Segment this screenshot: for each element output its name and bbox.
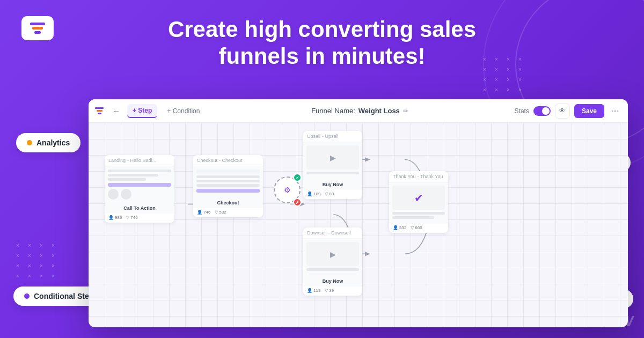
- downsell-stat-funnel: ▽ 39: [325, 288, 334, 293]
- downsell-stats: 👤 119 ▽ 39: [303, 286, 362, 296]
- downsell-bar: [306, 268, 359, 271]
- analytics-label: Analytics: [36, 138, 70, 147]
- step-button[interactable]: + Step: [127, 104, 157, 118]
- landing-stat-people: 👤 986: [108, 215, 122, 220]
- checkout-subtitle: - Checkout: [219, 158, 243, 163]
- thankyou-node-header: Thank You - Thank You: [389, 171, 448, 182]
- thankyou-people-icon: 👤: [393, 225, 398, 230]
- upsell-video-thumb: ▶: [306, 145, 359, 170]
- checkout-bar-1: [196, 175, 260, 178]
- preview-bar-3: [108, 178, 146, 181]
- conditional-dot: [24, 293, 30, 299]
- landing-node[interactable]: Landing - Hello Sadi... Call To Action 👤…: [105, 155, 174, 223]
- checkout-node[interactable]: Checkout - Checkout Checkout 👤 746 ▽ 532: [193, 155, 263, 217]
- condition-icon: ⚙: [284, 186, 291, 194]
- toolbar-logo: [95, 107, 104, 114]
- checkout-people-icon: 👤: [197, 210, 202, 215]
- condition-false-badge: ✗: [293, 198, 302, 207]
- funnel-name: Weight Loss: [358, 107, 400, 115]
- thankyou-subtitle: - Thank You: [418, 174, 443, 179]
- feature-analytics: Analytics: [16, 133, 80, 152]
- landing-preview: [105, 166, 174, 203]
- headline-text: Create high converting sales funnels in …: [0, 16, 644, 70]
- upsell-funnel-icon: ▽: [325, 192, 328, 196]
- analytics-dot: [27, 140, 32, 145]
- condition-button[interactable]: + Condition: [162, 105, 205, 117]
- funnel-icon: ▽: [126, 215, 129, 220]
- downsell-title: Downsell: [307, 230, 327, 236]
- preview-button[interactable]: 👁: [555, 104, 570, 119]
- stats-toggle[interactable]: [533, 106, 551, 116]
- more-button[interactable]: ⋯: [609, 105, 621, 117]
- people-icon: 👤: [108, 215, 114, 220]
- condition-node[interactable]: ⚙ ✓ ✗: [274, 177, 301, 203]
- preview-bar-1: [108, 170, 171, 172]
- thankyou-funnel-icon: ▽: [411, 225, 414, 230]
- checkout-stat-people: 👤 746: [197, 210, 210, 215]
- checkout-funnel-icon: ▽: [215, 210, 218, 215]
- upsell-people-icon: 👤: [307, 192, 312, 196]
- checkout-funnel-count: 532: [219, 210, 226, 215]
- upsell-bar: [306, 172, 359, 174]
- checkout-bar-4: [196, 189, 260, 193]
- preview-bar-2: [108, 174, 158, 177]
- downsell-node-header: Downsell - Downsell: [303, 227, 362, 239]
- edit-icon[interactable]: ✏: [403, 107, 408, 115]
- app-window: ← + Step + Condition Funnel Name: Weight…: [89, 99, 628, 327]
- downsell-people-count: 119: [313, 288, 320, 293]
- thankyou-bar-1: [392, 212, 445, 215]
- save-button[interactable]: Save: [574, 104, 604, 118]
- condition-true-badge: ✓: [293, 173, 302, 182]
- landing-footer: Call To Action: [105, 203, 174, 214]
- downsell-node[interactable]: Downsell - Downsell ▶ Buy Now 👤 119 ▽ 39: [303, 227, 362, 296]
- downsell-people-icon: 👤: [307, 288, 312, 293]
- back-button[interactable]: ←: [110, 105, 123, 117]
- upsell-people-count: 109: [313, 192, 320, 196]
- checkout-people-count: 746: [203, 210, 210, 215]
- thankyou-node[interactable]: Thank You - Thank You ✔ 👤 532 ▽ 660: [389, 171, 448, 233]
- upsell-funnel-count: 89: [329, 192, 334, 196]
- downsell-stat-people: 👤 119: [307, 288, 320, 293]
- dots-pattern-bottom-left: ×××× ×××× ×××× ××××: [16, 243, 59, 279]
- checkout-node-header: Checkout - Checkout: [193, 155, 263, 166]
- downsell-subtitle: - Downsell: [328, 230, 351, 236]
- upsell-preview: ▶: [303, 142, 362, 179]
- preview-bar-4: [108, 183, 171, 187]
- toolbar-right: Stats 👁 Save ⋯: [515, 104, 621, 119]
- checkout-bar-2: [196, 180, 260, 182]
- funnel-name-area: Funnel Name: Weight Loss ✏: [209, 107, 510, 115]
- downsell-preview: ▶: [303, 239, 362, 276]
- preview-circles: [108, 189, 171, 200]
- downsell-footer: Buy Now: [303, 276, 362, 286]
- thankyou-people-count: 532: [399, 225, 406, 230]
- checkout-stat-funnel: ▽ 532: [215, 210, 226, 215]
- downsell-video-thumb: ▶: [306, 242, 359, 266]
- thankyou-bar-2: [392, 216, 434, 219]
- stats-label: Stats: [515, 107, 529, 115]
- checkout-title: Checkout: [197, 158, 217, 163]
- funnel-name-prefix: Funnel Name:: [311, 107, 355, 115]
- thankyou-stats: 👤 532 ▽ 660: [389, 224, 448, 233]
- upsell-stat-funnel: ▽ 89: [325, 192, 334, 196]
- upsell-footer: Buy Now: [303, 179, 362, 190]
- landing-people-count: 986: [115, 215, 122, 220]
- thankyou-stat-people: 👤 532: [393, 225, 406, 230]
- toolbar: ← + Step + Condition Funnel Name: Weight…: [89, 99, 628, 123]
- downsell-funnel-count: 39: [329, 288, 334, 293]
- landing-subtitle: - Hello Sadi...: [127, 158, 156, 163]
- upsell-node-header: Upsell - Upsell: [303, 131, 362, 142]
- thankyou-title: Thank You: [393, 174, 416, 179]
- headline: Create high converting sales funnels in …: [0, 16, 644, 70]
- preview-circle-1: [108, 189, 119, 200]
- thankyou-check-icon: ✔: [392, 186, 445, 210]
- checkout-bar-3: [196, 184, 260, 187]
- landing-title: Landing: [108, 158, 126, 163]
- upsell-stat-people: 👤 109: [307, 192, 320, 196]
- upsell-node[interactable]: Upsell - Upsell ▶ Buy Now 👤 109 ▽ 89: [303, 131, 362, 199]
- landing-stats: 👤 986 ▽ 746: [105, 214, 174, 223]
- upsell-title: Upsell: [307, 134, 320, 139]
- landing-stat-funnel: ▽ 746: [126, 215, 137, 220]
- thankyou-funnel-count: 660: [415, 225, 422, 230]
- checkout-preview: [193, 166, 263, 197]
- landing-funnel-count: 746: [130, 215, 137, 220]
